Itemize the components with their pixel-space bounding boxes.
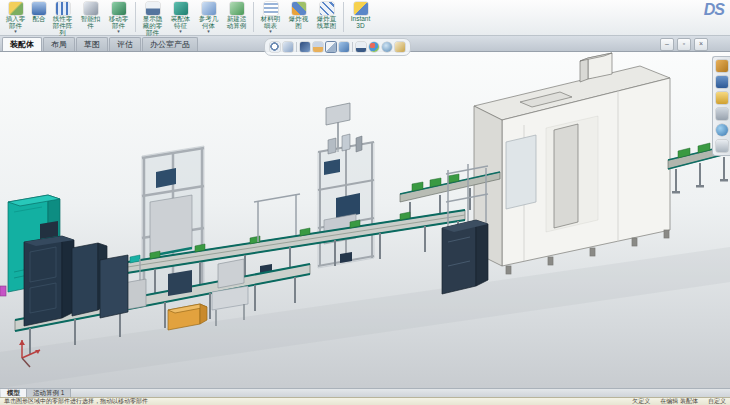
view-orientation-icon[interactable] [326,42,336,52]
machine-enclosure[interactable] [474,53,670,274]
document-window-controls: – ▫ × [660,38,708,51]
command-manager-ribbon: 插入零部件 ▾ 配合 线性零部件阵列 ▾ 智能扣件 移动零部件 ▾ 显示隐藏的零… [0,0,730,36]
minimize-button[interactable]: – [660,38,674,51]
show-hidden-components-button[interactable]: 显示隐藏的零部件 [139,1,166,34]
chevron-down-icon[interactable]: ▾ [14,29,17,34]
line-station[interactable] [218,259,244,288]
mate-button[interactable]: 配合 [30,1,48,34]
graphics-area[interactable] [0,52,730,388]
button-label: 材料明细表 [259,15,282,29]
new-motion-study-button[interactable]: 新建运动算例 [223,1,250,34]
button-label: 参考几何体 [197,15,220,29]
tab-sketch[interactable]: 草图 [76,37,108,51]
smart-fasteners-button[interactable]: 智能扣件 [77,1,104,34]
move-component-button[interactable]: 移动零部件 ▾ [105,1,132,34]
toolbar-separator [253,2,254,32]
bill-of-materials-button[interactable]: 材料明细表 ▾ [257,1,284,34]
button-label: 插入零部件 [4,15,27,29]
chevron-down-icon[interactable]: ▾ [207,29,210,34]
line-station[interactable] [168,270,192,296]
file-explorer-icon[interactable] [716,92,728,104]
insert-components-icon [9,2,23,15]
new-motion-study-icon [230,2,244,15]
assembly-features-button[interactable]: 装配体特征 ▾ [167,1,194,34]
tab-assembly[interactable]: 装配体 [2,37,42,51]
show-hidden-components-icon [146,2,160,15]
view-palette-icon[interactable] [716,108,728,120]
explode-line-sketch-icon [320,2,334,15]
hide-show-items-icon[interactable] [356,42,366,52]
tab-model[interactable]: 模型 [1,389,27,397]
instant3d-icon [354,2,368,15]
smart-fasteners-icon [84,2,98,15]
appearances-scenes-icon[interactable] [716,124,728,136]
instant3d-button[interactable]: Instant3D [347,1,374,34]
linear-component-pattern-button[interactable]: 线性零部件阵列 ▾ [49,1,76,34]
linear-component-pattern-icon [56,2,70,15]
solidworks-resources-icon[interactable] [716,60,728,72]
tab-motion-study-1[interactable]: 运动算例 1 [27,389,71,397]
button-label: 配合 [33,15,46,22]
exploded-view-icon [292,2,306,15]
insert-components-button[interactable]: 插入零部件 ▾ [2,1,29,34]
section-view-icon[interactable] [313,42,323,52]
status-bar: 单击图形区域中的零部件进行选择，拖动以移动零部件 欠定义 在编辑 装配体 自定义 [0,397,730,405]
move-component-icon [112,2,126,15]
reference-geometry-icon [202,2,216,15]
view-settings-icon[interactable] [395,42,405,52]
tab-evaluate[interactable]: 评估 [109,37,141,51]
status-editing-mode: 在编辑 装配体 [660,397,698,405]
chevron-down-icon[interactable]: ▾ [179,29,182,34]
status-definition-state: 欠定义 [632,397,650,405]
annotation-flag[interactable] [0,286,6,296]
zoom-fit-icon[interactable] [270,42,280,52]
custom-properties-icon[interactable] [716,140,728,152]
previous-view-icon[interactable] [300,42,310,52]
tab-layout[interactable]: 布局 [43,37,75,51]
explode-line-sketch-button[interactable]: 爆炸直线草图 [313,1,340,34]
bill-of-materials-icon [264,2,278,15]
status-custom[interactable]: 自定义 [708,397,726,405]
chevron-down-icon[interactable]: ▾ [117,29,120,34]
button-label: 装配体特征 [169,15,192,29]
status-hint: 单击图形区域中的零部件进行选择，拖动以移动零部件 [4,397,148,405]
button-label: 移动零部件 [107,15,130,29]
restore-button[interactable]: ▫ [677,38,691,51]
mate-icon [32,2,46,15]
button-label: 显示隐藏的零部件 [141,15,164,36]
exploded-view-button[interactable]: 爆炸视图 [285,1,312,34]
edit-appearance-icon[interactable] [369,42,379,52]
chevron-down-icon[interactable]: ▾ [269,29,272,34]
center-tower[interactable] [318,103,374,268]
heads-up-view-toolbar [264,38,411,56]
toolbar-separator [343,2,344,32]
design-library-icon[interactable] [716,76,728,88]
button-label: 爆炸视图 [287,15,310,29]
task-pane-strip [712,56,730,156]
toolbar-separator [135,2,136,32]
button-label: Instant3D [349,15,372,29]
tab-office-products[interactable]: 办公室产品 [142,37,198,51]
close-button[interactable]: × [694,38,708,51]
display-style-icon[interactable] [339,42,349,52]
toolbar-separator [352,42,353,52]
model-motion-tabbar: 模型 运动算例 1 [0,388,730,397]
button-label: 线性零部件阵列 [51,15,74,36]
dassault-systemes-logo: DS [704,1,724,19]
toolbar-separator [296,42,297,52]
assembly-features-icon [174,2,188,15]
button-label: 爆炸直线草图 [315,15,338,29]
reference-geometry-button[interactable]: 参考几何体 ▾ [195,1,222,34]
zoom-area-icon[interactable] [283,42,293,52]
apply-scene-icon[interactable] [382,42,392,52]
button-label: 智能扣件 [79,15,102,29]
assembly-model [0,52,730,388]
button-label: 新建运动算例 [225,15,248,29]
